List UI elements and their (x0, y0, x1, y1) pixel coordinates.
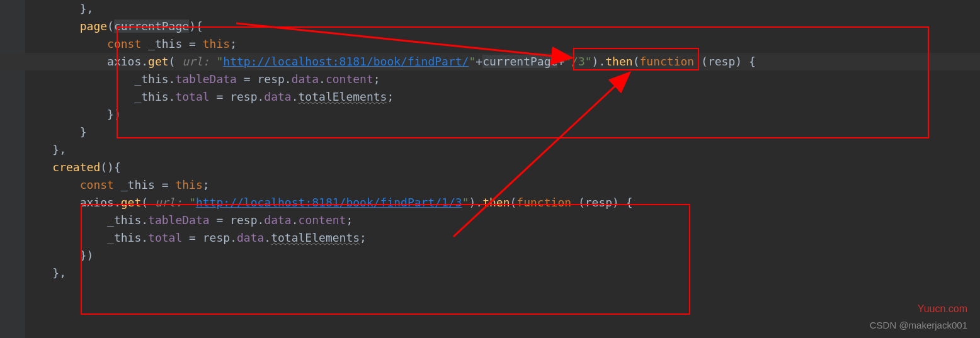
code-line: _this.total = resp.data.totalElements; (25, 229, 980, 247)
param: currentPage (114, 20, 189, 33)
code-editor[interactable]: }, page(currentPage){ const _this = this… (25, 0, 980, 282)
code-line: }, (25, 0, 980, 18)
watermark-csdn: CSDN @makerjack001 (870, 317, 967, 334)
code-line: page(currentPage){ (25, 18, 980, 35)
code-line: _this.total = resp.data.totalElements; (25, 88, 980, 106)
url-string: http://localhost:8181/book/findPart/ (223, 55, 469, 68)
code-line: } (25, 123, 980, 141)
code-line: _this.tableData = resp.data.content; (25, 211, 980, 229)
wavy-text: totalElements (299, 90, 387, 103)
code-line: }, (25, 141, 980, 159)
code-line: axios.get( url: "http://localhost:8181/b… (25, 194, 980, 211)
fn-name: created (52, 161, 100, 174)
code-line: axios.get( url: "http://localhost:8181/b… (25, 53, 980, 70)
code-line: }) (25, 106, 980, 123)
wavy-text: totalElements (271, 231, 360, 244)
gutter (0, 0, 25, 338)
code-line: }) (25, 247, 980, 264)
watermark-yuucn: Yuucn.com (918, 300, 967, 318)
code-line: }, (25, 264, 980, 282)
code-line: const _this = this; (25, 35, 980, 53)
code-line: const _this = this; (25, 176, 980, 194)
code-line: _this.tableData = resp.data.content; (25, 70, 980, 88)
var-currentpage: currentPage (482, 55, 557, 68)
code-line: created(){ (25, 159, 980, 176)
fn-name: page (80, 20, 107, 33)
url-string: http://localhost:8181/book/findPart/1/3 (196, 196, 462, 209)
